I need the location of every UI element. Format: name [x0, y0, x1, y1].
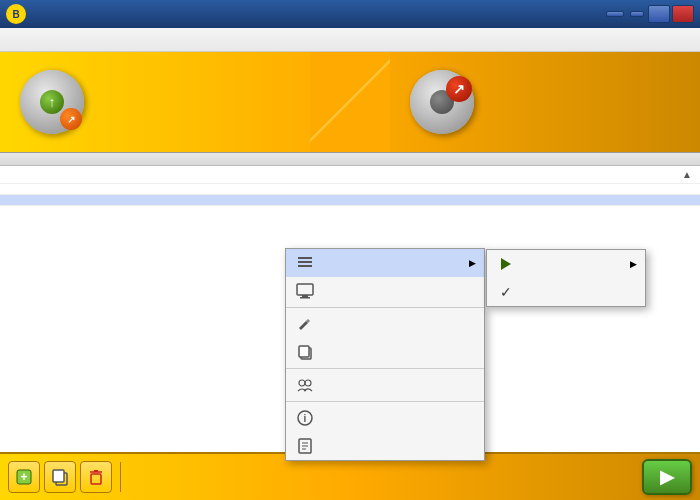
backup-icon: ↑ ↗	[20, 70, 84, 134]
new-backup-button[interactable]: +	[8, 461, 40, 493]
ctx-copy-icon	[296, 343, 314, 361]
language-button[interactable]	[630, 11, 644, 17]
ctx-edit-icon	[296, 315, 314, 333]
svg-rect-6	[300, 297, 310, 299]
table-row-selected[interactable]	[0, 195, 700, 206]
menu-configuration[interactable]	[32, 37, 52, 43]
table-row[interactable]	[0, 184, 700, 195]
delete-backup-button[interactable]	[80, 461, 112, 493]
ctx-desktop-shortcut-icon	[296, 282, 314, 300]
row2-last	[532, 198, 692, 202]
app-title-area: B	[6, 4, 32, 24]
ctx-edit[interactable]	[286, 310, 484, 338]
ctx-information[interactable]: i	[286, 404, 484, 432]
svg-rect-21	[91, 474, 101, 484]
toolbar-separator	[120, 462, 121, 492]
ctx-selected-backups-icon	[296, 254, 314, 272]
ctx-sep1	[286, 307, 484, 308]
svg-point-9	[299, 380, 305, 386]
titlebar-controls	[606, 5, 694, 23]
row2-name	[20, 198, 372, 202]
col-next-backup	[372, 157, 532, 161]
ctx-selected-backups[interactable]: ✓	[286, 249, 484, 277]
run-backup-button[interactable]: ▶	[642, 459, 692, 495]
main-area: ▲	[0, 152, 700, 452]
menu-program[interactable]	[8, 37, 28, 43]
ctx-last-report-icon	[296, 437, 314, 455]
svg-marker-3	[501, 258, 511, 270]
copy-backup-button[interactable]	[44, 461, 76, 493]
ctx-assign-group-icon	[296, 376, 314, 394]
app-logo: B	[6, 4, 26, 24]
help-button[interactable]	[648, 5, 670, 23]
svg-rect-2	[298, 265, 312, 267]
backup-list: ▲	[0, 166, 700, 206]
menu-cddvd[interactable]	[56, 37, 76, 43]
run-icon: ▶	[660, 466, 674, 488]
titlebar: B	[0, 0, 700, 28]
ctx-copy[interactable]	[286, 338, 484, 366]
col-last-backup	[532, 157, 692, 161]
close-button[interactable]	[672, 5, 694, 23]
context-menu: ✓	[285, 248, 485, 461]
svg-rect-8	[299, 346, 309, 357]
row1-name	[20, 187, 372, 191]
header-banner: ↑ ↗ ↗	[0, 52, 700, 152]
order-full-button[interactable]	[606, 11, 624, 17]
svg-rect-20	[53, 470, 64, 482]
svg-rect-5	[302, 295, 308, 297]
ctx-information-icon: i	[296, 409, 314, 427]
col-backup-name	[8, 157, 372, 161]
svg-point-10	[305, 380, 311, 386]
row1-last	[532, 187, 692, 191]
svg-rect-4	[297, 284, 313, 295]
menu-help[interactable]	[104, 37, 124, 43]
svg-text:i: i	[304, 413, 307, 424]
group-collapse-arrow[interactable]: ▲	[682, 169, 692, 180]
svg-rect-0	[298, 257, 312, 259]
restore-section[interactable]: ↗	[390, 70, 700, 134]
menubar	[0, 28, 700, 52]
restore-icon: ↗	[410, 70, 474, 134]
ctx-last-report[interactable]	[286, 432, 484, 460]
group-header[interactable]: ▲	[0, 166, 700, 184]
ctx-active-checkmark: ✓	[497, 283, 515, 301]
ctx-sep2	[286, 368, 484, 369]
menu-update[interactable]	[80, 37, 100, 43]
ctx-execute-icon	[497, 255, 515, 273]
svg-text:+: +	[20, 470, 27, 484]
ctx-assign-group[interactable]	[286, 371, 484, 399]
svg-rect-23	[94, 470, 98, 472]
ctx-active[interactable]: ✓	[487, 278, 645, 306]
row2-next	[372, 198, 532, 202]
ctx-execute[interactable]	[487, 250, 645, 278]
ctx-sep3	[286, 401, 484, 402]
submenu-selected: ✓	[486, 249, 646, 307]
ctx-desktop-shortcut[interactable]	[286, 277, 484, 305]
table-header	[0, 153, 700, 166]
svg-rect-1	[298, 261, 312, 263]
row1-next	[372, 187, 532, 191]
backup-section[interactable]: ↑ ↗	[0, 70, 310, 134]
